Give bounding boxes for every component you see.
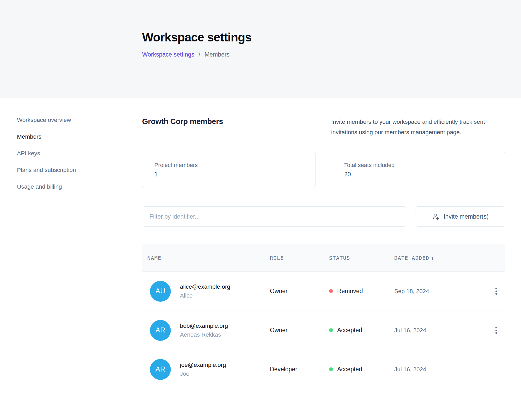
breadcrumb-link-workspace-settings[interactable]: Workspace settings — [142, 51, 194, 58]
avatar: AR — [150, 359, 171, 380]
stat-card-project-members: Project members1 — [142, 152, 316, 188]
person-add-icon — [432, 213, 440, 220]
member-display-name: Alice — [180, 292, 230, 299]
member-name-cell: ARjoe@example.orgJoe — [142, 359, 270, 380]
workspace-settings-page: Workspace settings Workspace settings / … — [0, 0, 521, 420]
section-description: Invite members to your workspace and eff… — [331, 117, 505, 138]
settings-sidebar: Workspace overviewMembersAPI keysPlans a… — [17, 117, 126, 200]
member-role: Developer — [270, 366, 329, 373]
member-name-cell: AUalice@example.orgAlice — [142, 281, 270, 302]
invite-members-button[interactable]: Invite member(s) — [415, 206, 505, 227]
member-name-cell: ARbob@example.orgAeneas Rekkas — [142, 320, 270, 341]
avatar: AU — [150, 281, 171, 302]
member-email: bob@example.org — [180, 323, 228, 329]
section-header: Growth Corp members Invite members to yo… — [142, 117, 505, 138]
row-menu-icon[interactable] — [493, 285, 500, 297]
filter-row: Invite member(s) — [142, 206, 505, 227]
member-row: AUalice@example.orgAliceOwnerRemovedSep … — [142, 272, 505, 311]
member-row: ARjoe@example.orgJoeDeveloperAcceptedJul… — [142, 350, 505, 389]
sidebar-item-plans-and-subscription[interactable]: Plans and subscription — [17, 167, 126, 174]
member-role: Owner — [270, 288, 329, 295]
member-status: Accepted — [329, 327, 394, 334]
member-display-name: Aeneas Rekkas — [180, 331, 228, 338]
stat-value: 20 — [344, 171, 505, 178]
table-header-row: NAMEROLESTATUSDATE ADDED↓ — [142, 244, 505, 272]
member-role: Owner — [270, 327, 329, 334]
status-dot — [329, 367, 333, 371]
member-identity: bob@example.orgAeneas Rekkas — [180, 323, 228, 338]
section-heading: Growth Corp members — [142, 117, 223, 126]
breadcrumb-current: Members — [204, 51, 229, 58]
stat-label: Project members — [154, 162, 315, 169]
member-email: joe@example.org — [180, 362, 226, 368]
status-label: Removed — [337, 288, 363, 295]
member-identity: joe@example.orgJoe — [180, 362, 226, 377]
status-dot — [329, 289, 333, 293]
member-date-added: Sep 18, 2024 — [394, 288, 490, 295]
breadcrumb: Workspace settings / Members — [142, 51, 521, 58]
status-label: Accepted — [337, 366, 362, 373]
member-status: Accepted — [329, 366, 394, 373]
sidebar-item-members[interactable]: Members — [17, 133, 126, 140]
members-table: NAMEROLESTATUSDATE ADDED↓ AUalice@exampl… — [142, 244, 505, 389]
stat-label: Total seats included — [344, 162, 505, 169]
member-date-added: Jul 16, 2024 — [394, 327, 490, 334]
page-header: Workspace settings Workspace settings / … — [0, 0, 521, 98]
member-email: alice@example.org — [180, 283, 230, 290]
invite-members-label: Invite member(s) — [444, 213, 489, 220]
stat-cards: Project members1Total seats included20 — [142, 152, 505, 188]
sort-descending-icon: ↓ — [431, 255, 434, 261]
member-actions-cell — [490, 285, 505, 297]
row-menu-icon[interactable] — [493, 324, 500, 336]
member-status: Removed — [329, 288, 394, 295]
member-actions-cell — [490, 324, 505, 336]
member-date-added: Jul 16, 2024 — [394, 366, 490, 373]
page-title: Workspace settings — [142, 30, 521, 44]
column-header-status[interactable]: STATUS — [329, 255, 394, 261]
member-display-name: Joe — [180, 370, 226, 377]
sidebar-item-api-keys[interactable]: API keys — [17, 150, 126, 157]
filter-input[interactable] — [142, 206, 406, 227]
member-row: ARbob@example.orgAeneas RekkasOwnerAccep… — [142, 311, 505, 350]
stat-card-total-seats-included: Total seats included20 — [332, 152, 505, 188]
stat-value: 1 — [154, 171, 315, 178]
column-header-name[interactable]: NAME — [142, 255, 270, 261]
member-identity: alice@example.orgAlice — [180, 283, 230, 299]
sidebar-item-workspace-overview[interactable]: Workspace overview — [17, 117, 126, 123]
table-body: AUalice@example.orgAliceOwnerRemovedSep … — [142, 272, 505, 389]
breadcrumb-separator: / — [199, 51, 200, 58]
main-content: Growth Corp members Invite members to yo… — [142, 117, 505, 389]
sidebar-item-usage-and-billing[interactable]: Usage and billing — [17, 183, 126, 190]
column-header-date-added[interactable]: DATE ADDED↓ — [394, 255, 490, 261]
column-header-role[interactable]: ROLE — [270, 255, 329, 261]
status-label: Accepted — [337, 327, 362, 334]
status-dot — [329, 328, 333, 332]
avatar: AR — [150, 320, 171, 341]
